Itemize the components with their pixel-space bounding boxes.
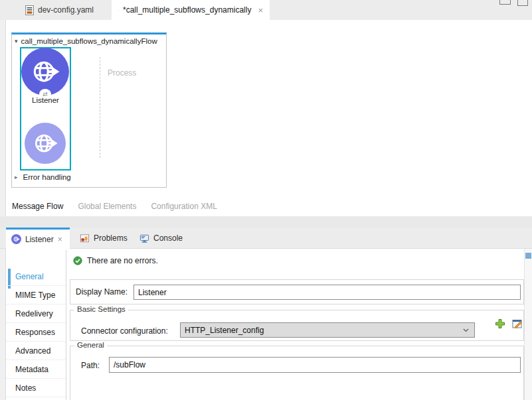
minimize-icon[interactable]: [499, 0, 511, 5]
yaml-file-icon: [25, 5, 34, 15]
problems-icon: [80, 233, 90, 243]
path-label: Path:: [81, 361, 100, 370]
globe-arrow-icon: [13, 235, 20, 243]
sidebar-item-notes[interactable]: Notes: [6, 379, 66, 397]
listener-mini-icon: [11, 234, 21, 244]
validation-status-row: There are no errors.: [73, 256, 158, 265]
tab-call-multiple-subflows[interactable]: *call_multiple_subflows_dynamically ×: [112, 0, 270, 20]
scrollbar-thumb[interactable]: [525, 253, 531, 259]
error-handling-section[interactable]: ▸ Error handling: [15, 173, 71, 181]
path-input[interactable]: [109, 357, 521, 373]
close-tab-icon[interactable]: ×: [258, 5, 263, 15]
tab-global-elements[interactable]: Global Elements: [78, 202, 136, 211]
flow-title: call_multiple_subflows_dynamicallyFlow: [21, 37, 157, 45]
no-errors-check-icon: [73, 256, 82, 265]
edit-pencil-icon: [512, 318, 523, 329]
tab-label: Listener: [25, 235, 54, 244]
edit-connector-config-button[interactable]: [512, 318, 523, 329]
tab-message-flow[interactable]: Message Flow: [12, 202, 63, 211]
error-handling-label: Error handling: [23, 173, 71, 181]
editor-tab-bar: dev-config.yaml *call_multiple_subflows_…: [0, 0, 532, 21]
sidebar-item-general[interactable]: General: [6, 267, 66, 286]
display-name-group: Display Name:: [70, 279, 524, 304]
chevron-down-icon: [463, 328, 469, 332]
basic-settings-legend: Basic Settings: [74, 305, 128, 313]
process-placeholder-label: Process: [108, 68, 136, 78]
mule-logo-icon: [118, 5, 119, 15]
bottom-panel-tab-bar: Listener × Problems Console: [0, 228, 532, 249]
globe-arrow-icon: [32, 130, 58, 157]
expand-triangle-icon[interactable]: ▸: [15, 174, 18, 180]
tab-console[interactable]: Console: [134, 228, 188, 249]
status-text: There are no errors.: [87, 256, 158, 265]
general-legend: General: [74, 341, 107, 349]
globe-arrow-icon: [30, 56, 60, 87]
sidebar-item-mime-type[interactable]: MIME Type: [6, 286, 66, 304]
display-name-label: Display Name:: [76, 287, 128, 297]
connector-configuration-label: Connector configuration:: [81, 326, 168, 336]
listener-component-label: Listener: [20, 96, 71, 104]
dragged-component-ghost[interactable]: [25, 123, 66, 164]
tab-label: dev-config.yaml: [38, 5, 94, 15]
general-group: General Path:: [70, 346, 524, 400]
tab-label: Console: [153, 233, 183, 243]
console-icon: [139, 233, 149, 243]
horizontal-sash[interactable]: [0, 216, 532, 228]
left-trim-strip: [0, 20, 6, 400]
add-connector-config-button[interactable]: [495, 318, 505, 329]
tab-dev-config-yaml[interactable]: dev-config.yaml: [19, 0, 100, 20]
green-plus-icon: [495, 318, 505, 329]
display-name-input[interactable]: [133, 285, 521, 300]
properties-scrollbar[interactable]: [524, 249, 532, 400]
tab-problems[interactable]: Problems: [74, 228, 133, 249]
editor-view-tabs: Message Flow Global Elements Configurati…: [6, 196, 532, 216]
tab-label: Problems: [94, 233, 128, 243]
basic-settings-group: Basic Settings Connector configuration: …: [70, 310, 524, 341]
flow-title-row[interactable]: ▾ call_multiple_subflows_dynamicallyFlow: [15, 37, 157, 45]
maximize-icon[interactable]: [517, 0, 528, 6]
sidebar-item-responses[interactable]: Responses: [6, 323, 66, 342]
tab-listener-properties[interactable]: Listener ×: [6, 228, 70, 249]
source-process-divider: [100, 57, 100, 158]
connector-configuration-select[interactable]: HTTP_Listener_config: [180, 322, 475, 338]
collapse-triangle-icon[interactable]: ▾: [15, 38, 18, 44]
sidebar-item-advanced[interactable]: Advanced: [6, 342, 66, 360]
tab-label: *call_multiple_subflows_dynamically: [123, 5, 251, 15]
sidebar-item-redelivery[interactable]: Redelivery: [6, 304, 66, 323]
sidebar-item-metadata[interactable]: Metadata: [6, 360, 66, 379]
close-tab-icon[interactable]: ×: [58, 235, 62, 244]
selected-connector-config: HTTP_Listener_config: [185, 326, 264, 335]
tab-configuration-xml[interactable]: Configuration XML: [151, 202, 217, 211]
